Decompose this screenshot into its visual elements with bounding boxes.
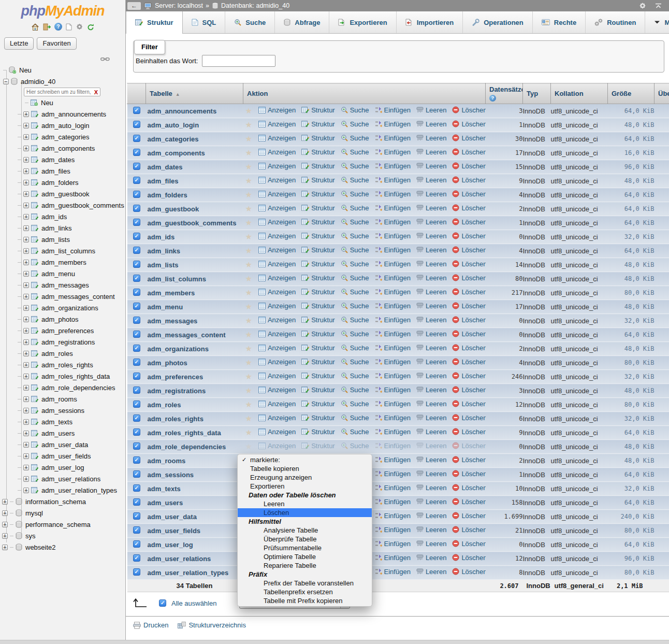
action-insert-link[interactable]: Einfügen	[375, 456, 411, 464]
table-name-link[interactable]: adm_messages_content	[146, 331, 226, 339]
action-structure-link[interactable]: Struktur	[301, 302, 335, 310]
header-type[interactable]: Typ	[523, 83, 551, 104]
row-checkbox[interactable]	[133, 526, 140, 534]
action-drop-link[interactable]: Löschen	[452, 344, 485, 352]
expand-icon[interactable]: +	[23, 362, 29, 368]
expand-icon[interactable]: +	[23, 396, 29, 402]
action-browse-link[interactable]: Anzeigen	[258, 106, 296, 114]
row-checkbox[interactable]	[133, 456, 140, 464]
action-insert-link[interactable]: Einfügen	[375, 316, 411, 324]
row-checkbox[interactable]	[133, 400, 140, 408]
row-checkbox[interactable]	[133, 470, 140, 478]
action-structure-link[interactable]: Struktur	[301, 344, 335, 352]
row-checkbox[interactable]	[133, 261, 140, 268]
table-name-link[interactable]: adm_list_columns	[146, 275, 206, 283]
action-insert-link[interactable]: Einfügen	[375, 148, 411, 156]
action-insert-link[interactable]: Einfügen	[375, 484, 411, 492]
expand-icon[interactable]: +	[23, 123, 29, 128]
header-overhead[interactable]: Überhang	[655, 83, 669, 104]
action-empty-link[interactable]: Leeren	[416, 176, 446, 184]
expand-icon[interactable]: +	[2, 522, 8, 527]
action-structure-link[interactable]: Struktur	[301, 358, 335, 366]
action-drop-link[interactable]: Löschen	[452, 106, 485, 114]
action-empty-link[interactable]: Leeren	[416, 120, 446, 128]
action-drop-link[interactable]: Löschen	[452, 134, 485, 142]
tree-filter-input[interactable]	[24, 89, 92, 95]
expand-icon[interactable]: +	[2, 510, 8, 516]
action-search-link[interactable]: Suche	[341, 246, 369, 254]
tree-item-table[interactable]: +adm_categories	[0, 131, 125, 142]
action-drop-link[interactable]: Löschen	[452, 428, 485, 436]
reload-icon[interactable]	[87, 23, 94, 31]
tab-operationen[interactable]: Operationen	[463, 11, 533, 33]
row-checkbox[interactable]	[133, 149, 140, 156]
action-drop-link[interactable]: Löschen	[452, 414, 485, 422]
action-search-link[interactable]: Suche	[341, 442, 369, 450]
expand-icon[interactable]: +	[23, 134, 29, 140]
menu-item-leeren[interactable]: Leeren	[238, 499, 372, 508]
action-insert-link[interactable]: Einfügen	[375, 428, 411, 436]
action-browse-link[interactable]: Anzeigen	[258, 288, 296, 296]
favorite-star-icon[interactable]: ★	[245, 260, 252, 269]
row-checkbox[interactable]	[133, 387, 140, 394]
expand-icon[interactable]: +	[23, 248, 29, 254]
action-drop-link[interactable]: Löschen	[452, 456, 485, 464]
action-browse-link[interactable]: Anzeigen	[258, 414, 296, 422]
action-drop-link[interactable]: Löschen	[452, 274, 485, 282]
action-insert-link[interactable]: Einfügen	[375, 106, 411, 114]
action-insert-link[interactable]: Einfügen	[375, 232, 411, 240]
row-checkbox[interactable]	[133, 331, 140, 338]
action-insert-link[interactable]: Einfügen	[375, 176, 411, 184]
expand-icon[interactable]: +	[23, 465, 29, 470]
action-empty-link[interactable]: Leeren	[416, 414, 446, 422]
link-panel-icon[interactable]	[100, 56, 110, 62]
check-all-checkbox[interactable]	[159, 599, 166, 607]
action-insert-link[interactable]: Einfügen	[375, 540, 411, 548]
menu-item-tabelle-mit-prefix-kopieren[interactable]: Tabelle mit Prefix kopieren	[238, 596, 372, 605]
action-browse-link[interactable]: Anzeigen	[258, 302, 296, 310]
action-drop-link[interactable]: Löschen	[452, 470, 485, 478]
row-checkbox[interactable]	[133, 359, 140, 366]
action-empty-link[interactable]: Leeren	[416, 358, 446, 366]
tree-item-table[interactable]: +adm_guestbook	[0, 188, 125, 199]
action-browse-link[interactable]: Anzeigen	[258, 442, 296, 450]
action-search-link[interactable]: Suche	[341, 190, 369, 198]
row-checkbox[interactable]	[133, 275, 140, 282]
action-structure-link[interactable]: Struktur	[301, 414, 335, 422]
tab-rechte[interactable]: Rechte	[533, 11, 586, 33]
tree-item-table[interactable]: +adm_auto_login	[0, 120, 125, 131]
action-insert-link[interactable]: Einfügen	[375, 470, 411, 478]
action-structure-link[interactable]: Struktur	[301, 372, 335, 380]
action-browse-link[interactable]: Anzeigen	[258, 260, 296, 268]
expand-icon[interactable]: +	[23, 488, 29, 493]
tree-item-table[interactable]: +adm_menu	[0, 268, 125, 279]
tree-item-table[interactable]: +adm_list_columns	[0, 245, 125, 256]
expand-icon[interactable]: +	[23, 294, 29, 299]
action-search-link[interactable]: Suche	[341, 176, 369, 184]
row-checkbox[interactable]	[133, 554, 140, 562]
menu-item-repariere-tabelle[interactable]: Repariere Tabelle	[238, 561, 372, 570]
table-name-link[interactable]: adm_roles_rights_data	[146, 429, 221, 437]
tree-item-table[interactable]: +adm_registrations	[0, 336, 125, 348]
row-checkbox[interactable]	[133, 177, 140, 184]
action-browse-link[interactable]: Anzeigen	[258, 344, 296, 352]
action-empty-link[interactable]: Leeren	[416, 148, 446, 156]
action-insert-link[interactable]: Einfügen	[375, 554, 411, 562]
action-drop-link[interactable]: Löschen	[452, 568, 485, 576]
row-checkbox[interactable]	[133, 317, 140, 324]
tree-item-table[interactable]: +adm_sessions	[0, 405, 125, 416]
home-icon[interactable]	[31, 23, 39, 31]
check-all-label[interactable]: Alle auswählen	[171, 599, 216, 607]
action-empty-link[interactable]: Leeren	[416, 106, 446, 114]
action-empty-link[interactable]: Leeren	[416, 484, 446, 492]
breadcrumb-server-link[interactable]: Server: localhost	[155, 2, 203, 9]
header-size[interactable]: Größe	[608, 83, 655, 104]
header-records[interactable]: Datensätze?	[486, 83, 523, 104]
menu-item-tabelle-kopieren[interactable]: Tabelle kopieren	[238, 464, 372, 473]
table-name-link[interactable]: adm_links	[146, 247, 181, 255]
action-insert-link[interactable]: Einfügen	[375, 302, 411, 310]
favorite-star-icon[interactable]: ★	[245, 288, 252, 297]
tab-routinen[interactable]: Routinen	[586, 11, 645, 33]
favorite-star-icon[interactable]: ★	[245, 218, 252, 227]
action-drop-link[interactable]: Löschen	[452, 288, 485, 296]
